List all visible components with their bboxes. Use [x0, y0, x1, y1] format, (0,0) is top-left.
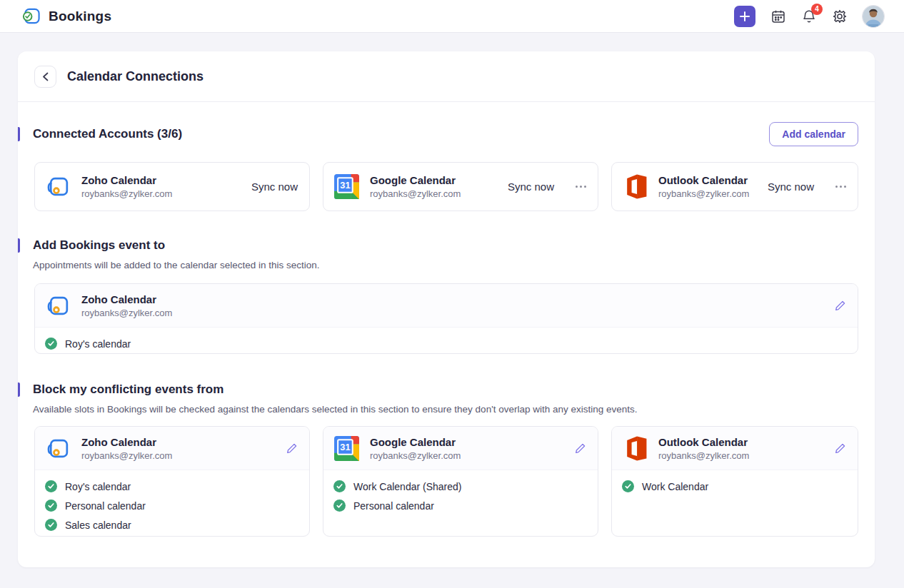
user-avatar[interactable]	[863, 6, 884, 27]
edit-pencil-icon[interactable]	[286, 442, 298, 455]
calendar-list-item: Personal calendar	[45, 496, 298, 515]
calendar-list-item: Work Calendar (Shared)	[333, 477, 586, 496]
zoho-calendar-icon	[45, 435, 71, 462]
main-content: Calendar Connections Connected Accounts …	[0, 51, 904, 567]
calendar-list-item: Roy's calendar	[45, 334, 846, 353]
chevron-left-icon	[42, 72, 49, 81]
add-event-header: Add Bookings event to	[18, 238, 875, 253]
provider-text: Zoho Calendarroybanks@zylker.com	[81, 174, 172, 199]
calendar-name: Personal calendar	[65, 500, 146, 512]
plus-icon	[744, 11, 745, 21]
topbar-actions: 4	[734, 6, 884, 27]
provider-name: Outlook Calendar	[658, 436, 749, 448]
connected-accounts-title: Connected Accounts (3/6)	[33, 127, 182, 141]
card-header: Outlook Calendarroybanks@zylker.com	[612, 427, 858, 470]
block-events-header: Block my conflicting events from	[18, 382, 875, 397]
outlook-calendar-icon	[622, 173, 648, 200]
back-button[interactable]	[34, 66, 56, 88]
calendar-list-item: Sales calendar	[45, 515, 298, 534]
provider-text: Google Calendarroybanks@zylker.com	[370, 436, 461, 461]
sync-now-link[interactable]: Sync now	[768, 181, 814, 193]
calendar-name: Roy's calendar	[65, 338, 131, 350]
provider-email: roybanks@zylker.com	[658, 188, 749, 199]
calendar-list: Work Calendar (Shared)Personal calendar	[323, 470, 598, 524]
calendar-selection-card: Zoho Calendarroybanks@zylker.comRoy's ca…	[34, 283, 858, 354]
calendar-list-item: Personal calendar	[333, 496, 586, 515]
zoho-calendar-icon	[45, 293, 71, 319]
section-accent-bar	[18, 127, 20, 141]
provider-name: Zoho Calendar	[81, 293, 172, 305]
add-event-description: Appointments will be added to the calend…	[33, 260, 858, 270]
provider-text: Google Calendarroybanks@zylker.com	[370, 174, 461, 199]
calendar-name: Work Calendar	[642, 481, 708, 492]
calendar-list: Work Calendar	[612, 470, 858, 505]
provider-email: roybanks@zylker.com	[658, 450, 749, 461]
check-circle-icon	[333, 480, 346, 492]
provider-email: roybanks@zylker.com	[370, 450, 461, 461]
zoho-calendar-icon	[45, 173, 71, 200]
card-header: Zoho Calendarroybanks@zylker.com	[35, 427, 309, 470]
google-calendar-icon: 31	[333, 435, 360, 462]
calendar-list: Roy's calendar	[35, 328, 858, 354]
svg-text:31: 31	[340, 442, 350, 452]
provider-text: Zoho Calendarroybanks@zylker.com	[81, 293, 172, 318]
add-event-title: Add Bookings event to	[33, 238, 165, 253]
app-title: Bookings	[49, 9, 111, 24]
provider-email: roybanks@zylker.com	[81, 188, 172, 199]
check-circle-icon	[45, 480, 57, 492]
outlook-calendar-icon	[622, 435, 648, 462]
create-button[interactable]	[734, 6, 755, 27]
notification-badge: 4	[811, 4, 823, 15]
connected-account-card: Outlook Calendarroybanks@zylker.comSync …	[611, 162, 858, 211]
topbar: Bookings 4	[0, 0, 904, 33]
block-events-description: Available slots in Bookings will be chec…	[33, 404, 858, 415]
check-circle-icon	[45, 500, 57, 512]
connected-accounts-header: Connected Accounts (3/6) Add calendar	[18, 122, 875, 146]
more-options-icon[interactable]	[576, 186, 586, 188]
calendar-selection-card: 31Google Calendarroybanks@zylker.comWork…	[323, 426, 598, 537]
calendar-icon[interactable]	[770, 9, 786, 24]
block-events-title: Block my conflicting events from	[33, 382, 224, 397]
calendar-list: Roy's calendarPersonal calendarSales cal…	[35, 470, 309, 537]
edit-pencil-icon[interactable]	[834, 442, 846, 455]
add-event-cards: Zoho Calendarroybanks@zylker.comRoy's ca…	[34, 283, 858, 354]
settings-gear-icon[interactable]	[832, 9, 848, 24]
calendar-selection-card: Outlook Calendarroybanks@zylker.comWork …	[611, 426, 858, 537]
more-options-icon[interactable]	[835, 186, 846, 188]
provider-email: roybanks@zylker.com	[81, 308, 172, 318]
provider-name: Zoho Calendar	[81, 174, 172, 186]
check-circle-icon	[45, 338, 57, 350]
provider-name: Zoho Calendar	[81, 436, 172, 448]
google-calendar-icon: 31	[333, 173, 360, 200]
card-header: Zoho Calendarroybanks@zylker.com	[35, 284, 858, 328]
card-header: 31Google Calendarroybanks@zylker.com	[323, 427, 598, 470]
edit-pencil-icon[interactable]	[834, 300, 846, 312]
add-calendar-button[interactable]: Add calendar	[769, 122, 858, 146]
provider-text: Outlook Calendarroybanks@zylker.com	[658, 174, 749, 199]
check-circle-icon	[622, 480, 634, 492]
connected-accounts-cards: Zoho Calendarroybanks@zylker.comSync now…	[34, 162, 858, 211]
provider-name: Google Calendar	[370, 174, 461, 186]
edit-pencil-icon[interactable]	[574, 442, 586, 455]
check-circle-icon	[45, 519, 57, 531]
provider-text: Outlook Calendarroybanks@zylker.com	[658, 436, 749, 461]
calendar-name: Roy's calendar	[65, 481, 131, 492]
brand: Bookings	[21, 6, 111, 26]
notifications-bell-icon[interactable]: 4	[801, 9, 817, 24]
check-circle-icon	[333, 500, 346, 512]
panel-header: Calendar Connections	[18, 51, 875, 102]
calendar-list-item: Roy's calendar	[45, 477, 298, 496]
provider-email: roybanks@zylker.com	[370, 188, 461, 199]
provider-name: Google Calendar	[370, 436, 461, 448]
page-title: Calendar Connections	[67, 69, 204, 84]
calendar-connections-panel: Calendar Connections Connected Accounts …	[18, 51, 875, 567]
section-accent-bar	[18, 382, 20, 397]
provider-name: Outlook Calendar	[658, 174, 749, 186]
bookings-logo-icon	[21, 6, 41, 26]
block-events-cards: Zoho Calendarroybanks@zylker.comRoy's ca…	[34, 426, 858, 537]
calendar-list-item: Work Calendar	[622, 477, 846, 496]
sync-now-link[interactable]: Sync now	[251, 181, 298, 193]
calendar-name: Work Calendar (Shared)	[353, 481, 461, 492]
sync-now-link[interactable]: Sync now	[508, 181, 554, 193]
calendar-name: Sales calendar	[65, 519, 131, 531]
